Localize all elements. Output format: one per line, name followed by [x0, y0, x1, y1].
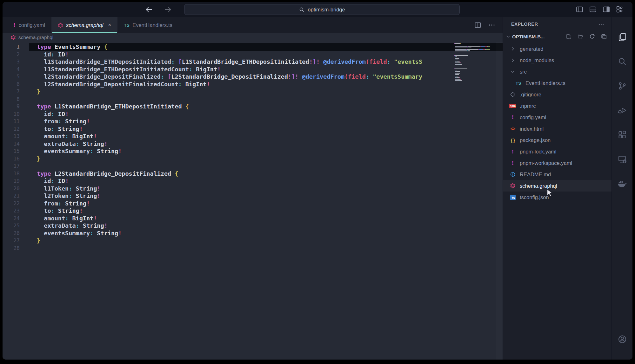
file-pnpm-workspace-yaml[interactable]: !pnpm-workspace.yaml [503, 157, 612, 169]
breadcrumb[interactable]: schema.graphql [3, 33, 503, 42]
file-gitignore[interactable]: .gitignore [503, 89, 612, 100]
minimap[interactable] [454, 43, 496, 85]
code-line-27[interactable]: 27} [3, 237, 503, 244]
folder-src[interactable]: src [503, 66, 612, 77]
file-index-html[interactable]: <>index.html [503, 123, 612, 134]
file-tsconfig-json[interactable]: tstsconfig.json [503, 192, 612, 203]
npm-icon: npm [509, 104, 517, 108]
line-number: 17 [3, 162, 29, 170]
tab-bar-actions [474, 17, 496, 33]
activity-docker[interactable] [612, 171, 632, 196]
back-button[interactable] [145, 5, 153, 14]
file-eventhandlers-ts[interactable]: TSEventHandlers.ts [503, 77, 612, 89]
file-label: .gitignore [520, 92, 541, 98]
line-content: to: String! [29, 125, 503, 133]
line-number: 5 [3, 73, 29, 81]
code-line-9[interactable]: 9type L1StandardBridge_ETHDepositInitiat… [3, 103, 503, 110]
tab-config-yaml[interactable]: !config.yaml [7, 17, 51, 33]
tab-bar-tabs: !config.yamlschema.graphql×TSEventHandle… [3, 17, 179, 33]
code-line-12[interactable]: 12 to: String! [3, 125, 503, 133]
code-line-20[interactable]: 20 l1Token: String! [3, 185, 503, 192]
line-content: } [29, 88, 503, 95]
yaml-icon: ! [13, 22, 16, 28]
graphql-icon [510, 183, 516, 189]
code-line-14[interactable]: 14 extraData: String! [3, 140, 503, 148]
file-label: EventHandlers.ts [525, 80, 565, 86]
code-line-23[interactable]: 23 to: String! [3, 207, 503, 215]
new-folder-button[interactable] [577, 33, 584, 40]
activity-run-and-debug[interactable] [612, 98, 632, 122]
file-config-yaml[interactable]: !config.yaml [503, 112, 612, 123]
code-line-11[interactable]: 11 from: String! [3, 118, 503, 125]
yaml-icon: ! [511, 160, 514, 166]
code-line-15[interactable]: 15 eventsSummary: String! [3, 147, 503, 155]
toggle-primary-sidebar-button[interactable] [576, 5, 584, 13]
line-number: 6 [3, 81, 29, 88]
more-actions-button[interactable] [488, 21, 496, 29]
code-line-8[interactable]: 8 [3, 95, 503, 103]
line-content: to: String! [29, 207, 503, 215]
refresh-explorer-button[interactable] [589, 33, 595, 40]
new-file-button[interactable] [565, 33, 572, 40]
code-line-26[interactable]: 26 eventsSummary: String! [3, 230, 503, 237]
customize-layout-button[interactable] [616, 5, 624, 13]
folder-node-modules[interactable]: node_modules [503, 55, 612, 66]
activity-source-control[interactable] [612, 74, 632, 98]
line-number: 12 [3, 125, 29, 133]
activity-remote-explorer[interactable] [612, 147, 632, 171]
code-line-5[interactable]: 5 l2StandardBridge_DepositFinalized: [L2… [3, 73, 503, 81]
file-package-json[interactable]: { }package.json [503, 134, 612, 146]
code-line-7[interactable]: 7} [3, 88, 503, 95]
search-icon [299, 7, 305, 13]
tab-schema-graphql[interactable]: schema.graphql× [51, 17, 117, 33]
collapse-folders-button[interactable] [601, 33, 607, 40]
code-line-13[interactable]: 13 amount: BigInt! [3, 133, 503, 140]
code-line-2[interactable]: 2 id: ID! [3, 51, 503, 58]
code-line-19[interactable]: 19 id: ID! [3, 177, 503, 185]
tab-label: schema.graphql [66, 22, 103, 28]
toggle-panel-button[interactable] [589, 5, 597, 13]
code-line-3[interactable]: 3 l1StandardBridge_ETHDepositInitiated: … [3, 58, 503, 66]
code-line-10[interactable]: 10 id: ID! [3, 110, 503, 118]
explorer-more-icon[interactable] [598, 21, 605, 28]
code-line-16[interactable]: 16} [3, 155, 503, 163]
file-readme-md[interactable]: README.md [503, 169, 612, 180]
activity-explorer[interactable] [612, 25, 632, 49]
code-line-6[interactable]: 6 l2StandardBridge_DepositFinalizedCount… [3, 81, 503, 88]
line-content: from: String! [29, 200, 503, 207]
tab-eventhandlers-ts[interactable]: TSEventHandlers.ts [117, 17, 179, 33]
folder-generated[interactable]: generated [503, 43, 612, 55]
workspace-section-header[interactable]: OPTIMISM-B... [503, 31, 612, 42]
vscode-window: optimism-bridge !config.yamlschema.graph… [3, 2, 632, 360]
code-line-17[interactable]: 17 [3, 162, 503, 170]
workspace-name: optimism-bridge [308, 7, 345, 13]
line-number: 9 [3, 103, 29, 110]
code-line-25[interactable]: 25 extraData: String! [3, 222, 503, 230]
command-center-search[interactable]: optimism-bridge [184, 4, 460, 15]
activity-extensions[interactable] [612, 122, 632, 147]
code-line-1[interactable]: 1type EventsSummary { [3, 43, 503, 51]
code-line-28[interactable]: 28 [3, 244, 503, 252]
code-editor[interactable]: 1type EventsSummary {2 id: ID!3 l1Standa… [3, 42, 503, 360]
code-line-21[interactable]: 21 l2Token: String! [3, 192, 503, 200]
line-number: 26 [3, 230, 29, 237]
code-line-22[interactable]: 22 from: String! [3, 200, 503, 207]
file-tree: generatednode_modulessrcTSEventHandlers.… [503, 43, 612, 203]
file-pnpm-lock-yaml[interactable]: !pnpm-lock.yaml [503, 146, 612, 157]
code-line-18[interactable]: 18type L2StandardBridge_DepositFinalized… [3, 170, 503, 178]
toggle-secondary-sidebar-button[interactable] [602, 5, 610, 13]
split-editor-button[interactable] [474, 21, 482, 29]
activity-accounts[interactable] [612, 327, 632, 351]
code-line-24[interactable]: 24 amount: BigInt! [3, 215, 503, 222]
file-schema-graphql[interactable]: schema.graphql [503, 180, 612, 192]
line-content: type EventsSummary { [29, 43, 503, 51]
forward-button[interactable] [164, 5, 172, 14]
code-line-4[interactable]: 4 l1StandardBridge_ETHDepositInitiatedCo… [3, 66, 503, 73]
file-npmrc[interactable]: npm.npmrc [503, 100, 612, 112]
activity-search[interactable] [612, 49, 632, 74]
history-nav [145, 5, 172, 14]
file-label: package.json [520, 137, 551, 143]
editor-scrollbar[interactable] [496, 42, 503, 360]
close-tab-icon[interactable]: × [108, 22, 111, 28]
file-label: generated [520, 46, 543, 52]
